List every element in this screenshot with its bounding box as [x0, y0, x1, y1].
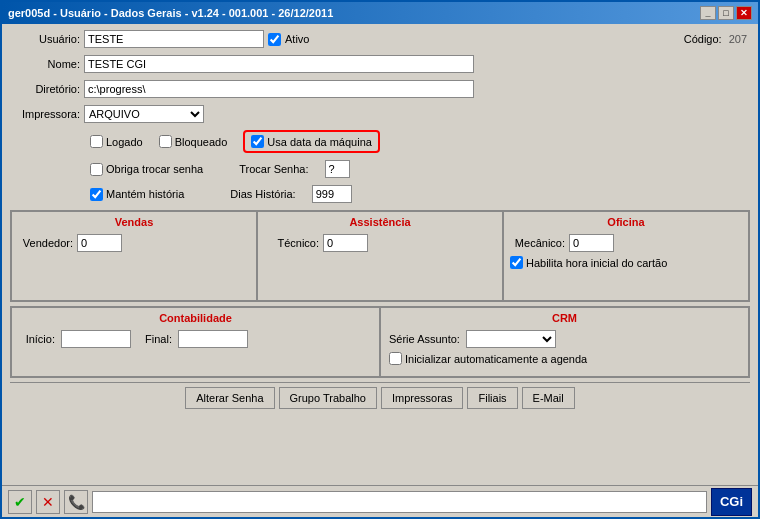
serie-label: Série Assunto:	[389, 333, 460, 345]
serie-select[interactable]	[466, 330, 556, 348]
main-window: ger005d - Usuário - Dados Gerais - v1.24…	[0, 0, 760, 519]
ativo-label: Ativo	[285, 33, 309, 45]
impressora-row: Impressora: ARQUIVO	[10, 105, 750, 123]
tecnico-label: Técnico:	[264, 237, 319, 249]
footer-bar: ✔ ✕ 📞 CGi	[2, 485, 758, 517]
usuario-input[interactable]	[84, 30, 264, 48]
tecnico-row: Técnico:	[264, 234, 496, 252]
confirm-button[interactable]: ✔	[8, 490, 32, 514]
usuario-label: Usuário:	[10, 33, 80, 45]
nome-row: Nome:	[10, 55, 750, 73]
usuario-row: Usuário: Ativo Código: 207	[10, 30, 750, 48]
maximize-button[interactable]: □	[718, 6, 734, 20]
trocar-senha-label: Trocar Senha:	[239, 163, 308, 175]
final-label: Final:	[137, 333, 172, 345]
tecnico-input[interactable]	[323, 234, 368, 252]
vendedor-input[interactable]	[77, 234, 122, 252]
serie-row: Série Assunto:	[389, 330, 740, 348]
inicio-row: Início: Final:	[20, 330, 371, 348]
trocar-senha-input[interactable]	[325, 160, 350, 178]
obriga-item: Obriga trocar senha	[90, 163, 203, 176]
inicializar-row: Inicializar automaticamente a agenda	[389, 352, 740, 365]
filiais-button[interactable]: Filiais	[467, 387, 517, 409]
phone-button[interactable]: 📞	[64, 490, 88, 514]
impressoras-button[interactable]: Impressoras	[381, 387, 464, 409]
assistencia-title: Assistência	[264, 216, 496, 228]
phone-icon: 📞	[68, 494, 85, 510]
dias-historia-label: Dias História:	[230, 188, 295, 200]
mecanico-input[interactable]	[569, 234, 614, 252]
codigo-value: 207	[726, 32, 750, 46]
footer-input[interactable]	[92, 491, 707, 513]
inicio-input[interactable]	[61, 330, 131, 348]
vendas-title: Vendas	[18, 216, 250, 228]
habilita-row: Habilita hora inicial do cartão	[510, 256, 742, 269]
title-bar: ger005d - Usuário - Dados Gerais - v1.24…	[2, 2, 758, 24]
obriga-label: Obriga trocar senha	[106, 163, 203, 175]
impressora-select[interactable]: ARQUIVO	[84, 105, 204, 123]
usa-data-box: Usa data da máquina	[243, 130, 380, 153]
bloqueado-label: Bloqueado	[175, 136, 228, 148]
logado-item: Logado	[90, 135, 143, 148]
nome-label: Nome:	[10, 58, 80, 70]
mecanico-row: Mecânico:	[510, 234, 742, 252]
usa-data-checkbox[interactable]	[251, 135, 264, 148]
grupo-trabalho-button[interactable]: Grupo Trabalho	[279, 387, 377, 409]
confirm-icon: ✔	[14, 494, 26, 510]
window-title: ger005d - Usuário - Dados Gerais - v1.24…	[8, 7, 333, 19]
cancel-button[interactable]: ✕	[36, 490, 60, 514]
contabilidade-title: Contabilidade	[20, 312, 371, 324]
logado-checkbox[interactable]	[90, 135, 103, 148]
vendas-panel: Vendas Vendedor:	[11, 211, 257, 301]
diretorio-input[interactable]	[84, 80, 474, 98]
habilita-label: Habilita hora inicial do cartão	[526, 257, 667, 269]
bloqueado-checkbox[interactable]	[159, 135, 172, 148]
action-bar: Alterar Senha Grupo Trabalho Impressoras…	[10, 382, 750, 413]
minimize-button[interactable]: _	[700, 6, 716, 20]
email-button[interactable]: E-Mail	[522, 387, 575, 409]
close-button[interactable]: ✕	[736, 6, 752, 20]
cgi-button[interactable]: CGi	[711, 488, 752, 516]
vendedor-row: Vendedor:	[18, 234, 250, 252]
crm-panel: CRM Série Assunto: Inicializar automatic…	[380, 307, 749, 377]
main-content: Usuário: Ativo Código: 207 Nome: Diretór…	[2, 24, 758, 485]
nome-input[interactable]	[84, 55, 474, 73]
impressora-label: Impressora:	[10, 108, 80, 120]
bloqueado-item: Bloqueado	[159, 135, 228, 148]
crm-title: CRM	[389, 312, 740, 324]
title-bar-buttons: _ □ ✕	[700, 6, 752, 20]
assistencia-panel: Assistência Técnico:	[257, 211, 503, 301]
logado-label: Logado	[106, 136, 143, 148]
mantem-label: Mantém história	[106, 188, 184, 200]
contabilidade-panel: Contabilidade Início: Final:	[11, 307, 380, 377]
inicio-label: Início:	[20, 333, 55, 345]
mecanico-label: Mecânico:	[510, 237, 565, 249]
habilita-checkbox[interactable]	[510, 256, 523, 269]
diretorio-row: Diretório:	[10, 80, 750, 98]
dias-historia-input[interactable]	[312, 185, 352, 203]
usa-data-label: Usa data da máquina	[267, 136, 372, 148]
inicializar-checkbox[interactable]	[389, 352, 402, 365]
mantem-checkbox[interactable]	[90, 188, 103, 201]
mantem-item: Mantém história	[90, 188, 184, 201]
vendedor-label: Vendedor:	[18, 237, 73, 249]
sections-grid: Vendas Vendedor: Assistência Técnico: Of…	[10, 210, 750, 302]
bottom-sections: Contabilidade Início: Final: CRM Série A…	[10, 306, 750, 378]
alterar-senha-button[interactable]: Alterar Senha	[185, 387, 274, 409]
cancel-icon: ✕	[42, 494, 54, 510]
diretorio-label: Diretório:	[10, 83, 80, 95]
oficina-title: Oficina	[510, 216, 742, 228]
final-input[interactable]	[178, 330, 248, 348]
oficina-panel: Oficina Mecânico: Habilita hora inicial …	[503, 211, 749, 301]
codigo-label: Código:	[652, 33, 722, 45]
obriga-checkbox[interactable]	[90, 163, 103, 176]
inicializar-label: Inicializar automaticamente a agenda	[405, 353, 587, 365]
ativo-checkbox[interactable]	[268, 33, 281, 46]
